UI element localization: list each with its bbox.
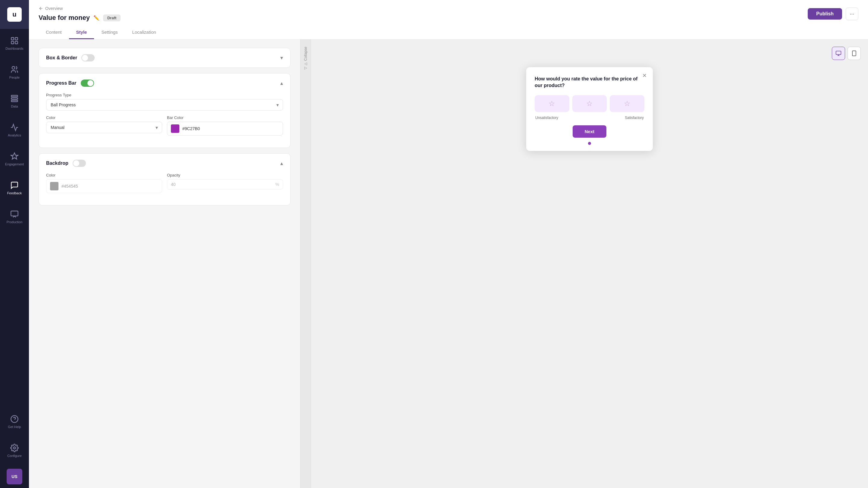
color-select-wrapper: Manual Auto Brand: [46, 122, 162, 133]
svg-rect-6: [11, 98, 18, 99]
tab-settings[interactable]: Settings: [94, 26, 125, 39]
color-row: Color Manual Auto Brand Bar Color: [46, 116, 283, 140]
backdrop-toggle[interactable]: [73, 160, 86, 167]
backdrop-color-input[interactable]: [46, 179, 162, 193]
progress-bar-chevron: ▴: [280, 80, 283, 87]
star-options: ☆ ☆ ☆: [535, 95, 644, 112]
star-option-1[interactable]: ☆: [535, 95, 569, 112]
sidebar-label-analytics: Analytics: [8, 133, 21, 137]
configure-icon: [10, 444, 19, 452]
bar-color-hex-input[interactable]: [182, 126, 279, 131]
mobile-icon: [851, 50, 857, 56]
star-option-3[interactable]: ☆: [610, 95, 644, 112]
bar-color-input[interactable]: [167, 122, 283, 135]
label-satisfactory: Satisfactory: [625, 116, 644, 120]
box-border-header-left: Box & Border: [46, 54, 95, 61]
desktop-view-button[interactable]: [832, 47, 845, 60]
sidebar-label-engagement: Engagement: [5, 162, 24, 166]
svg-point-11: [13, 447, 16, 449]
bar-color-field: Bar Color: [167, 116, 283, 135]
header-right: Publish ···: [808, 7, 858, 20]
backdrop-header[interactable]: Backdrop ▴: [39, 154, 290, 173]
back-link[interactable]: Overview: [38, 6, 121, 11]
sidebar-item-data[interactable]: Data: [0, 87, 29, 116]
color-label: Color: [46, 116, 162, 120]
header-left: Overview Value for money ✏️ Draft: [38, 6, 121, 22]
sidebar-item-people[interactable]: People: [0, 58, 29, 87]
grid-icon: [10, 36, 19, 45]
tab-localization[interactable]: Localization: [125, 26, 163, 39]
progress-bar-header[interactable]: Progress Bar ▴: [39, 73, 290, 93]
help-icon: [10, 415, 19, 423]
box-border-card: Box & Border ▾: [38, 48, 290, 68]
sidebar-item-production[interactable]: Production: [0, 202, 29, 231]
more-options-button[interactable]: ···: [846, 7, 858, 20]
collapse-text-label: Collapse: [304, 47, 308, 61]
progress-type-row: Progress Type Ball Progress Line Progres…: [46, 93, 283, 110]
star-option-2[interactable]: ☆: [572, 95, 607, 112]
modal-close-button[interactable]: ✕: [640, 71, 649, 80]
preview-toolbar: [832, 47, 861, 60]
box-border-header[interactable]: Box & Border ▾: [39, 48, 290, 67]
svg-rect-0: [11, 38, 14, 40]
box-border-title: Box & Border: [46, 55, 77, 61]
backdrop-header-left: Backdrop: [46, 160, 86, 167]
sidebar-item-feedback[interactable]: Feedback: [0, 173, 29, 202]
sidebar-item-get-help[interactable]: Get Help: [0, 407, 29, 436]
sidebar-label-dashboards: Dashboards: [5, 47, 23, 50]
sidebar-label-people: People: [9, 76, 20, 79]
sidebar: u Dashboards People Data Analytics Engag…: [0, 0, 29, 488]
mobile-view-button[interactable]: [847, 47, 861, 60]
progress-bar-card: Progress Bar ▴ Progress Type Ball Progre…: [38, 73, 290, 148]
sidebar-label-feedback: Feedback: [7, 191, 22, 195]
page-header: Overview Value for money ✏️ Draft Publis…: [29, 0, 868, 39]
backdrop-chevron: ▴: [280, 160, 283, 167]
progress-bar-toggle[interactable]: [81, 79, 94, 87]
backdrop-color-swatch: [50, 182, 59, 190]
modal-next-button[interactable]: Next: [572, 125, 607, 138]
star-icon-3: ☆: [624, 99, 630, 108]
box-border-toggle[interactable]: [82, 54, 95, 61]
content-area: Box & Border ▾ Progress Bar ▴: [29, 39, 868, 488]
svg-rect-5: [11, 96, 18, 97]
label-unsatisfactory: Unsatisfactory: [535, 116, 558, 120]
page-title-row: Value for money ✏️ Draft: [38, 14, 121, 22]
backdrop-card: Backdrop ▴ Color: [38, 153, 290, 205]
back-arrow-icon: [38, 6, 43, 11]
tabs-row: Content Style Settings Localization: [38, 26, 858, 39]
svg-rect-7: [11, 100, 18, 102]
progress-type-label: Progress Type: [46, 93, 283, 97]
color-select[interactable]: Manual Auto Brand: [46, 122, 162, 133]
analytics-icon: [10, 123, 19, 132]
sidebar-label-production: Production: [7, 220, 23, 224]
backdrop-color-hex-input[interactable]: [61, 184, 158, 189]
sidebar-item-analytics[interactable]: Analytics: [0, 116, 29, 144]
svg-rect-2: [11, 41, 14, 44]
sidebar-bottom: Get Help Configure US: [0, 407, 29, 488]
left-panel: Box & Border ▾ Progress Bar ▴: [29, 39, 300, 488]
tab-content[interactable]: Content: [38, 26, 69, 39]
progress-bar-title: Progress Bar: [46, 80, 76, 86]
avatar[interactable]: US: [7, 469, 22, 484]
sidebar-label-data: Data: [11, 104, 18, 108]
collapse-bar[interactable]: ◁▷ Collapse: [300, 39, 311, 488]
production-icon: [10, 210, 19, 218]
opacity-input[interactable]: [171, 182, 273, 187]
sidebar-item-engagement[interactable]: Engagement: [0, 144, 29, 173]
main-area: Overview Value for money ✏️ Draft Publis…: [29, 0, 868, 488]
back-label: Overview: [45, 6, 63, 11]
publish-button[interactable]: Publish: [808, 8, 842, 20]
page-title: Value for money: [38, 14, 90, 22]
star-labels: Unsatisfactory Satisfactory: [535, 116, 644, 120]
progress-type-select[interactable]: Ball Progress Line Progress None: [46, 99, 283, 110]
sidebar-logo: u: [0, 0, 29, 29]
tab-style[interactable]: Style: [69, 26, 94, 39]
edit-icon[interactable]: ✏️: [93, 15, 99, 21]
svg-rect-8: [11, 211, 18, 216]
color-field: Color Manual Auto Brand: [46, 116, 162, 135]
sidebar-label-configure: Configure: [7, 454, 22, 458]
engagement-icon: [10, 152, 19, 161]
sidebar-item-configure[interactable]: Configure: [0, 436, 29, 465]
sidebar-item-dashboards[interactable]: Dashboards: [0, 29, 29, 58]
star-icon-1: ☆: [549, 99, 555, 108]
